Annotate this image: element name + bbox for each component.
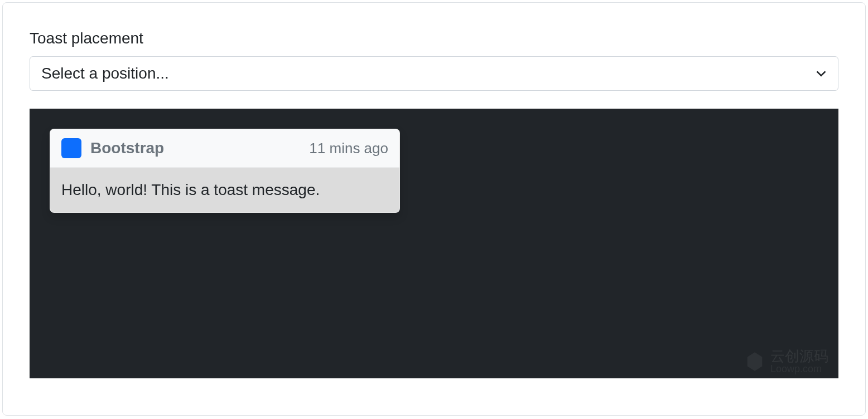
chevron-down-icon <box>816 68 827 79</box>
select-placeholder: Select a position... <box>41 65 169 82</box>
watermark: 云创源码 Loowp.com <box>744 348 828 375</box>
watermark-icon <box>744 350 766 373</box>
position-select[interactable]: Select a position... <box>30 56 838 91</box>
watermark-main: 云创源码 <box>770 348 828 364</box>
toast-title: Bootstrap <box>90 139 300 157</box>
toast-time: 11 mins ago <box>309 140 388 157</box>
bootstrap-icon <box>61 138 81 158</box>
toast-placement-label: Toast placement <box>30 30 838 47</box>
demo-container: Toast placement Select a position... Boo… <box>2 2 866 416</box>
toast-body: Hello, world! This is a toast message. <box>50 168 399 212</box>
watermark-sub: Loowp.com <box>770 364 828 375</box>
toast-header: Bootstrap 11 mins ago <box>50 129 399 168</box>
watermark-text: 云创源码 Loowp.com <box>770 348 828 375</box>
toast-preview-area: Bootstrap 11 mins ago Hello, world! This… <box>30 109 838 378</box>
toast: Bootstrap 11 mins ago Hello, world! This… <box>50 129 400 213</box>
